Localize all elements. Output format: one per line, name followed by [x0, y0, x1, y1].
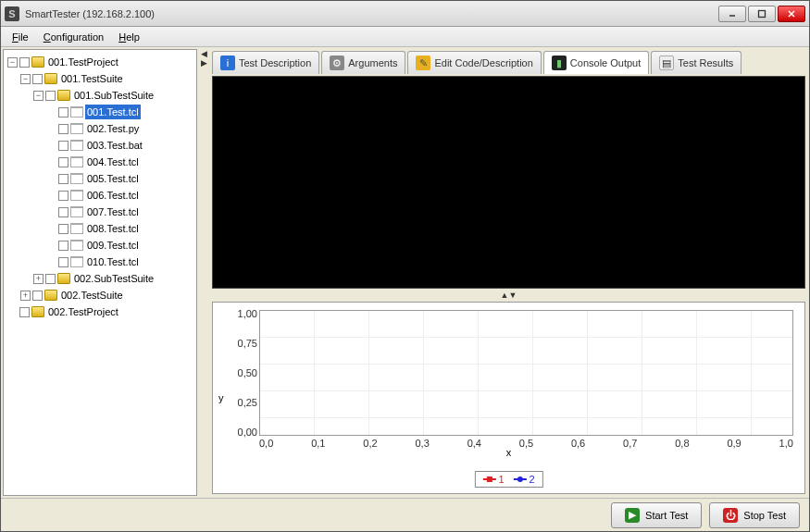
tab-results[interactable]: ▤Test Results	[651, 51, 741, 74]
expander-icon[interactable]: −	[33, 91, 44, 101]
file-icon	[70, 106, 83, 118]
checkbox[interactable]	[58, 174, 69, 184]
folder-icon	[31, 306, 44, 317]
tree-node-project[interactable]: 002.TestProject	[46, 304, 120, 319]
file-icon	[70, 173, 83, 184]
tree-node-subsuite[interactable]: 001.SubTestSuite	[72, 88, 156, 103]
checkbox[interactable]	[58, 191, 69, 201]
checkbox[interactable]	[45, 91, 56, 101]
console-output[interactable]	[212, 76, 805, 289]
chart-panel: y 1,000,750,500,250,00 0,00,10,20,30,40,…	[212, 302, 805, 494]
tree-node-test[interactable]: 002.Test.py	[85, 121, 141, 136]
menubar: File Configuration Help	[1, 27, 809, 47]
file-icon	[70, 140, 83, 151]
tab-label: Edit Code/Description	[434, 57, 532, 68]
button-label: Start Test	[645, 510, 688, 521]
folder-icon	[44, 73, 57, 84]
tab-console[interactable]: ▮Console Output	[543, 51, 649, 74]
checkbox[interactable]	[58, 124, 69, 134]
checkbox[interactable]	[19, 307, 30, 317]
tree-node-test[interactable]: 005.Test.tcl	[85, 171, 141, 186]
gears-icon: ⚙	[330, 56, 344, 70]
tab-description[interactable]: iTest Description	[212, 51, 319, 74]
close-button[interactable]	[778, 6, 805, 22]
file-icon	[70, 256, 83, 267]
vertical-splitter[interactable]: ◀▶	[199, 49, 208, 496]
tab-label: Arguments	[348, 57, 397, 68]
tab-arguments[interactable]: ⚙Arguments	[321, 51, 405, 74]
expander-icon[interactable]: −	[20, 74, 31, 84]
tree-node-project[interactable]: 001.TestProject	[46, 55, 120, 69]
app-icon: S	[5, 6, 19, 21]
checkbox[interactable]	[58, 207, 69, 217]
tab-label: Test Results	[678, 57, 733, 68]
expander-icon[interactable]: +	[33, 274, 44, 284]
legend-label: 2	[530, 474, 535, 485]
menu-file[interactable]: File	[6, 30, 34, 44]
tree-node-test[interactable]: 010.Test.tcl	[85, 254, 141, 269]
edit-icon: ✎	[416, 56, 430, 70]
tree-node-test[interactable]: 001.Test.tcl	[85, 105, 141, 119]
menu-help[interactable]: Help	[113, 30, 145, 44]
checkbox[interactable]	[58, 241, 69, 251]
folder-icon	[57, 90, 70, 101]
tree-node-suite[interactable]: 001.TestSuite	[59, 71, 125, 86]
tree-node-test[interactable]: 009.Test.tcl	[85, 238, 141, 253]
file-icon	[70, 223, 83, 234]
file-icon	[70, 240, 83, 251]
tab-bar: iTest Description ⚙Arguments ✎Edit Code/…	[210, 49, 807, 74]
tree-node-test[interactable]: 007.Test.tcl	[85, 204, 141, 219]
footer: ▶Start Test ⏻Stop Test	[1, 498, 809, 531]
horizontal-splitter[interactable]: ▲▼	[210, 291, 807, 300]
folder-icon	[31, 56, 44, 68]
file-icon	[70, 206, 83, 217]
chart-legend: 1 2	[474, 471, 542, 488]
minimize-button[interactable]	[718, 6, 746, 22]
plot-area[interactable]	[259, 310, 793, 436]
start-test-button[interactable]: ▶Start Test	[611, 502, 702, 528]
x-ticks: 0,00,10,20,30,40,50,60,70,80,91,0	[259, 438, 793, 449]
checkbox[interactable]	[19, 57, 30, 68]
legend-marker-icon	[514, 476, 527, 483]
checkbox[interactable]	[58, 257, 69, 267]
y-ticks: 1,000,750,500,250,00	[230, 308, 257, 438]
titlebar: S SmartTester (192.168.2.100)	[1, 1, 809, 27]
stop-test-button[interactable]: ⏻Stop Test	[709, 502, 800, 528]
y-axis-label: y	[218, 392, 224, 403]
info-icon: i	[220, 56, 235, 70]
checkbox[interactable]	[32, 291, 43, 301]
tree-node-test[interactable]: 004.Test.tcl	[85, 155, 141, 169]
checkbox[interactable]	[32, 74, 43, 84]
results-icon: ▤	[659, 56, 674, 70]
tree-node-suite[interactable]: 002.TestSuite	[59, 288, 125, 303]
file-icon	[70, 156, 83, 167]
checkbox[interactable]	[58, 141, 69, 151]
console-icon: ▮	[552, 56, 567, 70]
tab-label: Test Description	[239, 57, 311, 68]
tree-panel[interactable]: −001.TestProject −001.TestSuite −001.Sub…	[3, 49, 197, 496]
file-icon	[70, 123, 83, 134]
stop-icon: ⏻	[723, 508, 738, 523]
checkbox[interactable]	[58, 157, 69, 167]
tree-node-test[interactable]: 008.Test.tcl	[85, 221, 141, 236]
play-icon: ▶	[625, 508, 640, 523]
tab-edit[interactable]: ✎Edit Code/Description	[407, 51, 541, 74]
file-icon	[70, 190, 83, 201]
tree-node-subsuite[interactable]: 002.SubTestSuite	[72, 271, 156, 286]
folder-icon	[44, 290, 57, 301]
folder-icon	[57, 273, 70, 284]
window-title: SmartTester (192.168.2.100)	[25, 8, 718, 19]
tree-node-test[interactable]: 006.Test.tcl	[85, 188, 141, 203]
tree-node-test[interactable]: 003.Test.bat	[85, 138, 144, 153]
maximize-button[interactable]	[748, 6, 776, 22]
tab-label: Console Output	[570, 57, 641, 68]
checkbox[interactable]	[58, 107, 69, 118]
menu-configuration[interactable]: Configuration	[38, 30, 109, 44]
expander-icon[interactable]: −	[7, 57, 18, 68]
button-label: Stop Test	[743, 510, 786, 521]
svg-rect-1	[759, 10, 766, 17]
expander-icon[interactable]: +	[20, 291, 31, 301]
legend-label: 1	[498, 474, 504, 485]
checkbox[interactable]	[58, 224, 69, 234]
checkbox[interactable]	[45, 274, 56, 284]
